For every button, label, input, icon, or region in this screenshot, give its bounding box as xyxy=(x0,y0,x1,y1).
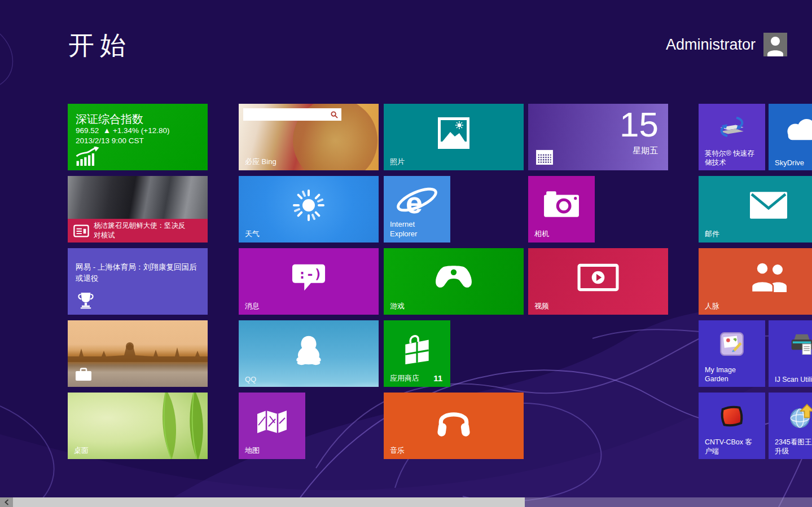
user-name: Administrator xyxy=(666,36,756,54)
photo-icon xyxy=(438,117,469,149)
tile-label: 2345看图王版本升级 xyxy=(775,438,812,456)
tile-netease-sports[interactable]: 网易 - 上海体育局：刘翔康复回国后或退役 xyxy=(68,248,208,315)
stock-quote: 969.52 ▲ +1.34% (+12.80) xyxy=(76,126,170,135)
tile-label: Internet Explorer xyxy=(390,220,442,239)
globe-update-icon xyxy=(789,403,812,429)
page-title: 开始 xyxy=(68,28,131,63)
game-controller-icon xyxy=(433,264,475,290)
my-image-garden-icon xyxy=(719,332,744,356)
tile-label: My Image Garden xyxy=(705,365,745,384)
tile-news[interactable]: 杨洁篪召见朝鲜大使：坚决反对核试 xyxy=(68,176,208,243)
stock-chart-icon xyxy=(75,147,101,166)
tile-intel-rst[interactable]: 英特尔® 快速存储技术 xyxy=(699,104,765,170)
tile-label: 桌面 xyxy=(74,446,89,456)
tile-label: IJ Scan Utility xyxy=(775,376,812,383)
tile-label: 相机 xyxy=(534,229,549,239)
store-badge-count: 11 xyxy=(433,373,442,383)
tile-mail[interactable]: 邮件 xyxy=(699,176,812,243)
tile-label: CNTV-CBox 客户端 xyxy=(705,438,757,456)
suitcase-icon xyxy=(75,368,92,381)
tile-label: 英特尔® 快速存储技术 xyxy=(705,149,759,167)
scrollbar-thumb[interactable] xyxy=(13,497,525,507)
video-player-icon xyxy=(577,263,619,292)
qq-penguin-icon xyxy=(291,334,326,365)
sun-icon xyxy=(291,187,327,223)
tile-label: 人脉 xyxy=(705,301,719,311)
tile-label: 应用商店 xyxy=(390,373,419,383)
calendar-day: 15 xyxy=(620,107,659,142)
scanner-icon xyxy=(789,331,812,357)
calendar-icon xyxy=(536,149,554,165)
tile-label: 照片 xyxy=(390,157,405,167)
netease-headline: 网易 - 上海体育局：刘翔康复回国后或退役 xyxy=(76,262,203,285)
tile-label: 邮件 xyxy=(705,229,719,239)
tile-photos[interactable]: 照片 xyxy=(384,104,524,170)
leaf-decoration xyxy=(126,393,208,459)
tile-label: 音乐 xyxy=(390,446,405,456)
tile-internet-explorer[interactable]: e Internet Explorer xyxy=(384,176,450,243)
tile-stock-index[interactable]: 深证综合指数 969.52 ▲ +1.34% (+12.80) 2013/2/1… xyxy=(68,104,208,170)
tile-music[interactable]: 音乐 xyxy=(384,393,524,459)
stock-change: ▲ +1.34% (+12.80) xyxy=(103,126,170,135)
horizontal-scrollbar[interactable] xyxy=(0,497,812,507)
tile-store[interactable]: 应用商店 11 xyxy=(384,320,450,387)
tile-label: 游戏 xyxy=(390,301,405,311)
cloud-icon xyxy=(783,117,812,142)
tile-skydrive[interactable]: SkyDrive xyxy=(769,104,812,170)
tile-label: 地图 xyxy=(245,446,260,456)
news-caption-bar: 杨洁篪召见朝鲜大使：坚决反对核试 xyxy=(68,219,208,243)
tile-weather[interactable]: 天气 xyxy=(239,176,379,243)
store-bag-icon xyxy=(401,332,433,365)
newspaper-icon xyxy=(73,224,89,237)
tile-label: QQ xyxy=(245,375,256,383)
stock-price: 969.52 xyxy=(76,126,99,135)
tile-travel[interactable] xyxy=(68,320,208,387)
tile-2345-updater[interactable]: 2345看图王版本升级 xyxy=(769,393,812,459)
camera-icon xyxy=(543,190,580,218)
tile-my-image-garden[interactable]: My Image Garden xyxy=(699,320,765,387)
people-icon xyxy=(747,262,790,293)
chat-bubble-icon: :-) xyxy=(291,263,326,292)
tile-cntv-cbox[interactable]: CNTV-CBox 客户端 xyxy=(699,393,765,459)
user-avatar-icon[interactable] xyxy=(763,33,787,56)
tile-desktop[interactable]: 桌面 xyxy=(68,393,208,459)
svg-text::-): :-) xyxy=(299,266,322,281)
start-screen: { "header": { "title": "开始", "user": "Ad… xyxy=(0,0,812,507)
bing-search-bar[interactable] xyxy=(243,108,341,121)
ie-logo-icon: e xyxy=(394,183,440,220)
tile-label: SkyDrive xyxy=(775,158,804,167)
tile-qq[interactable]: QQ xyxy=(239,320,379,387)
tile-video[interactable]: 视频 xyxy=(528,248,668,315)
tile-games[interactable]: 游戏 xyxy=(384,248,524,315)
tile-ij-scan-utility[interactable]: IJ Scan Utility xyxy=(769,320,812,387)
tile-messaging[interactable]: :-) 消息 xyxy=(239,248,379,315)
tile-maps[interactable]: 地图 xyxy=(239,393,305,459)
tile-bing[interactable]: 必应 Bing xyxy=(239,104,379,170)
tile-calendar[interactable]: 15 星期五 xyxy=(528,104,668,170)
stock-timestamp: 2013/2/13 9:00 CST xyxy=(76,136,144,145)
headphones-icon xyxy=(435,406,472,438)
tile-label: 必应 Bing xyxy=(245,157,276,167)
chevron-left-icon xyxy=(5,499,9,505)
tile-label: 消息 xyxy=(245,301,260,311)
map-icon xyxy=(256,409,288,435)
stock-title: 深证综合指数 xyxy=(76,112,143,127)
qq-clouds-decoration xyxy=(239,368,379,387)
tile-label: 视频 xyxy=(534,301,549,311)
intel-storage-icon xyxy=(717,114,747,140)
tile-camera[interactable]: 相机 xyxy=(528,176,595,243)
calendar-weekday: 星期五 xyxy=(633,146,658,156)
travel-skyline xyxy=(68,342,208,362)
tile-people[interactable]: 人脉 xyxy=(699,248,812,315)
search-icon xyxy=(331,111,338,118)
trophy-icon xyxy=(76,292,95,309)
cntv-tv-icon xyxy=(719,404,745,428)
news-caption-text: 杨洁篪召见朝鲜大使：坚决反对核试 xyxy=(94,221,190,240)
user-area[interactable]: Administrator xyxy=(666,33,787,56)
scroll-left-button[interactable] xyxy=(0,497,13,507)
mail-envelope-icon xyxy=(750,192,787,219)
tile-label: 天气 xyxy=(245,229,260,239)
